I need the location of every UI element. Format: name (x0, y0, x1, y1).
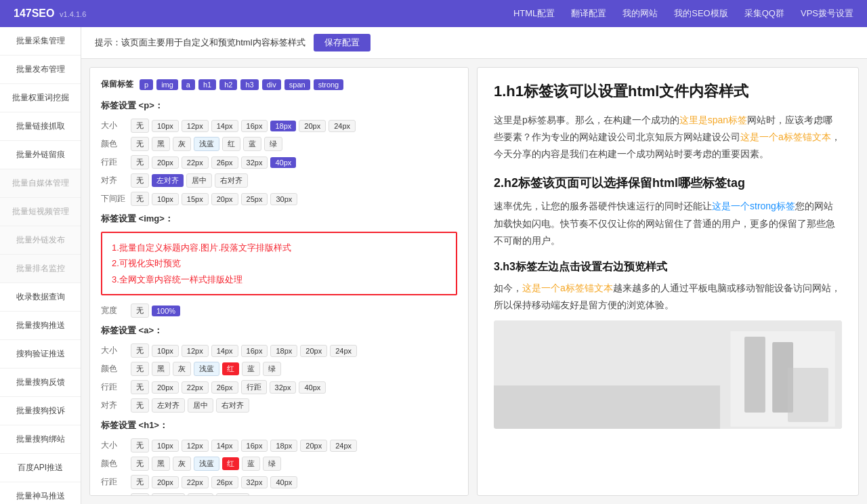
tag-span[interactable]: span (284, 79, 310, 90)
p-lh-none[interactable]: 无 (131, 155, 149, 169)
a-align-right[interactable]: 右对齐 (216, 398, 249, 413)
p-align-right[interactable]: 右对齐 (215, 173, 248, 188)
a-align-center[interactable]: 居中 (188, 398, 213, 413)
tag-div[interactable]: div (262, 79, 281, 90)
a-lh-20[interactable]: 20px (152, 381, 179, 394)
p-lh-26[interactable]: 26px (211, 156, 238, 169)
h1-lh-40[interactable]: 40px (270, 476, 297, 488)
h1-align-none[interactable]: 无 (131, 493, 149, 496)
h1-lh-none[interactable]: 无 (131, 475, 149, 489)
h1-color-lightblue[interactable]: 浅蓝 (194, 457, 219, 471)
a-lh-26[interactable]: 26px (211, 381, 238, 394)
h1-align-right[interactable]: 右对齐 (216, 493, 249, 496)
h1-align-center[interactable]: 居中 (188, 493, 213, 496)
p-mb-10[interactable]: 10px (152, 193, 179, 205)
nav-qq-group[interactable]: 采集QQ群 (744, 7, 784, 20)
sidebar-item-baidu-api[interactable]: 百度API推送 (0, 454, 81, 482)
h1-color-black[interactable]: 黑 (152, 457, 170, 471)
h1-size-24[interactable]: 24px (330, 440, 357, 452)
h1-lh-20[interactable]: 20px (152, 476, 179, 488)
save-config-button[interactable]: 保存配置 (314, 34, 371, 51)
h1-size-18[interactable]: 18px (270, 440, 297, 452)
a-size-12[interactable]: 12px (182, 345, 209, 357)
p-size-20[interactable]: 20px (299, 120, 326, 132)
p-size-none[interactable]: 无 (131, 119, 149, 133)
p-color-blue[interactable]: 蓝 (243, 137, 261, 151)
tag-a[interactable]: a (182, 79, 195, 90)
p-lh-20[interactable]: 20px (152, 156, 179, 169)
p-lh-22[interactable]: 22px (182, 156, 209, 169)
a-size-14[interactable]: 14px (211, 345, 238, 357)
h1-align-left[interactable]: 左对齐 (152, 493, 185, 496)
nav-my-site[interactable]: 我的网站 (622, 7, 658, 20)
sidebar-item-sogou-bind[interactable]: 批量搜狗绑站 (0, 425, 81, 454)
sidebar-item-sogou-push[interactable]: 批量搜狗推送 (0, 312, 81, 340)
p-size-10[interactable]: 10px (152, 120, 179, 132)
h1-size-16[interactable]: 16px (241, 440, 268, 452)
sidebar-item-shenma-push[interactable]: 批量神马推送 (0, 482, 81, 504)
p-size-12[interactable]: 12px (182, 120, 209, 132)
sidebar-item-outlink-trace[interactable]: 批量外链留痕 (0, 141, 81, 169)
p-mb-20[interactable]: 20px (211, 193, 238, 205)
a-size-18[interactable]: 18px (270, 345, 297, 357)
a-color-blue[interactable]: 蓝 (242, 362, 260, 376)
a-size-20[interactable]: 20px (300, 345, 327, 357)
h1-color-gray[interactable]: 灰 (173, 457, 191, 471)
p-size-14[interactable]: 14px (211, 120, 238, 132)
p-color-lightblue[interactable]: 浅蓝 (194, 137, 219, 151)
p-color-none[interactable]: 无 (131, 137, 149, 151)
nav-html-config[interactable]: HTML配置 (513, 7, 555, 20)
img-width-100[interactable]: 100% (152, 306, 180, 316)
sidebar-item-bulk-publish[interactable]: 批量发布管理 (0, 56, 81, 84)
h1-color-none[interactable]: 无 (131, 457, 149, 471)
tag-img[interactable]: img (156, 79, 178, 90)
sidebar-item-sogou-verify[interactable]: 搜狗验证推送 (0, 340, 81, 369)
p-lh-40[interactable]: 40px (270, 157, 296, 168)
sidebar-item-link-grab[interactable]: 批量链接抓取 (0, 112, 81, 141)
sidebar-item-bulk-collect[interactable]: 批量采集管理 (0, 27, 81, 56)
p2-link-strong[interactable]: 这是一个strong标签 (712, 201, 795, 211)
a-align-left[interactable]: 左对齐 (152, 398, 185, 413)
sidebar-item-keyword-mining[interactable]: 批量权重词挖掘 (0, 84, 81, 112)
p-color-green[interactable]: 绿 (264, 137, 282, 151)
p1-link-a[interactable]: 这是一个a标签锚文本 (740, 131, 831, 142)
p-lh-32[interactable]: 32px (241, 156, 268, 169)
p-mb-15[interactable]: 15px (182, 193, 209, 205)
tag-h1[interactable]: h1 (198, 79, 216, 90)
p-align-left[interactable]: 左对齐 (152, 174, 184, 187)
img-width-none[interactable]: 无 (131, 303, 149, 318)
p-mb-25[interactable]: 25px (241, 193, 268, 205)
a-lh-32b[interactable]: 32px (270, 381, 297, 394)
h1-color-green[interactable]: 绿 (263, 457, 281, 471)
h1-size-none[interactable]: 无 (131, 438, 149, 453)
h1-color-red[interactable]: 红 (222, 457, 239, 470)
p-size-24[interactable]: 24px (329, 120, 356, 132)
nav-translate-config[interactable]: 翻译配置 (571, 7, 606, 20)
h1-lh-26[interactable]: 26px (211, 476, 238, 488)
h1-size-10[interactable]: 10px (152, 440, 179, 452)
p-color-red[interactable]: 红 (222, 137, 240, 151)
p-color-gray[interactable]: 灰 (173, 137, 191, 151)
a-lh-40[interactable]: 40px (299, 381, 326, 394)
a-size-16[interactable]: 16px (241, 345, 268, 357)
a-align-none[interactable]: 无 (131, 398, 149, 413)
p3-link[interactable]: 这是一个a标签锚文本 (522, 282, 613, 293)
a-lh-32[interactable]: 行距 (241, 380, 267, 394)
sidebar-item-sogou-complaint[interactable]: 批量搜狗投诉 (0, 397, 81, 425)
tag-h2[interactable]: h2 (219, 79, 237, 90)
h1-size-14[interactable]: 14px (211, 440, 238, 452)
h1-color-blue[interactable]: 蓝 (242, 457, 260, 471)
a-size-10[interactable]: 10px (152, 345, 179, 357)
a-color-green[interactable]: 绿 (263, 362, 281, 376)
sidebar-item-sogou-feedback[interactable]: 批量搜狗反馈 (0, 369, 81, 397)
h1-lh-32[interactable]: 32px (241, 476, 268, 488)
p-size-18[interactable]: 18px (270, 121, 296, 131)
p-align-center[interactable]: 居中 (186, 173, 212, 188)
p1-link-span[interactable]: 这里是span标签 (679, 114, 747, 125)
a-color-black[interactable]: 黑 (152, 362, 170, 376)
p-align-none[interactable]: 无 (131, 173, 149, 188)
p-mb-none[interactable]: 无 (131, 192, 149, 206)
tag-strong[interactable]: strong (314, 79, 344, 90)
a-color-red[interactable]: 红 (222, 362, 239, 375)
p-size-16[interactable]: 16px (241, 120, 268, 132)
